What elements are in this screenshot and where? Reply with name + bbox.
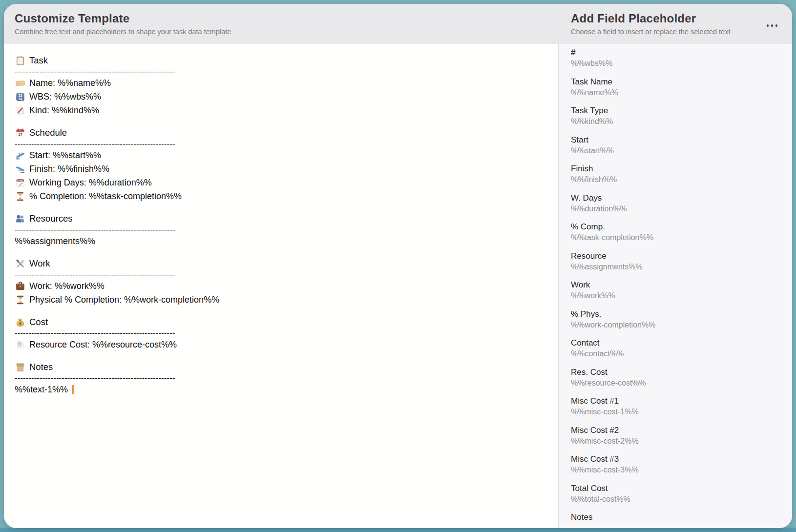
template-editor[interactable]: Task------------------------------------… xyxy=(4,44,558,528)
editor-text-line: Finish: %%finish%% xyxy=(15,162,546,176)
background-bottom-strip xyxy=(0,528,796,532)
spiral-calendar-icon xyxy=(15,177,25,188)
field-placeholder-code: %%misc-cost-1%% xyxy=(571,407,783,417)
field-placeholder-code: %%kind%% xyxy=(571,116,783,127)
field-placeholder-code: %%work-completion%% xyxy=(571,320,783,330)
editor-text-line: Kind: %%kind%% xyxy=(15,103,546,117)
text-cursor xyxy=(72,385,74,394)
tag-icon xyxy=(15,78,25,88)
field-placeholder-item[interactable]: Start %%start%% xyxy=(571,135,783,156)
editor-text: Work xyxy=(29,258,50,269)
field-placeholder-code: %%wbs%% xyxy=(571,58,783,69)
field-label: Total Cost xyxy=(571,483,783,494)
field-placeholder-item[interactable]: Contact %%contact%% xyxy=(571,338,783,359)
field-placeholder-item[interactable]: Res. Cost %%resource-cost%% xyxy=(571,367,783,389)
memo-icon xyxy=(15,105,25,116)
input-numbers-icon: 1234 xyxy=(15,91,25,102)
money-bag-icon: $ xyxy=(15,317,25,327)
busts-icon xyxy=(15,213,25,224)
dialog-header: Customize Template Combine free text and… xyxy=(4,4,792,44)
panel-title: Add Field Placeholder xyxy=(571,12,730,25)
field-placeholder-item[interactable]: # %%wbs%% xyxy=(571,47,783,69)
field-label: Resource xyxy=(571,251,783,262)
airplane-departure-icon xyxy=(15,150,25,161)
editor-text-line: Notes xyxy=(15,360,546,374)
dialog-content: Task------------------------------------… xyxy=(4,44,792,528)
editor-text: Finish: %%finish%% xyxy=(29,164,109,174)
editor-divider-line: ----------------------------------------… xyxy=(15,374,546,383)
editor-divider-line: ----------------------------------------… xyxy=(15,270,546,279)
field-placeholder-item[interactable]: Misc Cost #2 %%misc-cost-2%% xyxy=(571,425,783,447)
field-placeholder-item[interactable]: % Comp. %%task-completion%% xyxy=(571,222,783,243)
field-label: Notes xyxy=(571,512,783,523)
calendar-icon: 17 xyxy=(15,127,25,138)
airplane-arrival-icon xyxy=(15,164,25,174)
svg-text:34: 34 xyxy=(18,97,22,101)
editor-divider-line: ----------------------------------------… xyxy=(15,329,546,338)
field-label: Task Name xyxy=(571,77,783,87)
editor-text: % Completion: %%task-completion%% xyxy=(29,191,182,202)
field-placeholder-item[interactable]: W. Days %%duration%% xyxy=(571,193,783,214)
field-label: % Comp. xyxy=(571,222,783,232)
field-placeholder-code: %%misc-cost-3%% xyxy=(571,465,783,475)
editor-text: Notes xyxy=(29,362,53,372)
editor-text: Cost xyxy=(29,317,48,327)
field-placeholder-item[interactable]: Misc Cost #1 %%misc-cost-1%% xyxy=(571,396,783,417)
editor-text-line: % Completion: %%task-completion%% xyxy=(15,189,546,203)
field-placeholder-code: %%duration%% xyxy=(571,204,783,214)
editor-text-line: 17Schedule xyxy=(15,126,546,140)
panel-subtitle: Choose a field to insert or replace the … xyxy=(571,28,730,36)
field-placeholder-code: %%assignments%% xyxy=(571,262,783,272)
field-label: Finish xyxy=(571,164,783,174)
svg-text:12: 12 xyxy=(18,93,22,97)
customize-template-dialog: Customize Template Combine free text and… xyxy=(4,4,792,528)
editor-text: Name: %%name%% xyxy=(29,78,111,88)
field-placeholder-item[interactable]: Task Type %%kind%% xyxy=(571,105,783,127)
editor-text: Resource Cost: %%resource-cost%% xyxy=(29,340,177,350)
editor-text: Schedule xyxy=(29,127,67,138)
editor-text-line: %%assignments%% xyxy=(15,234,546,248)
field-label: Misc Cost #2 xyxy=(571,425,783,436)
field-placeholder-code: %%name%% xyxy=(571,87,783,98)
field-label: Contact xyxy=(571,338,783,348)
field-placeholder-item[interactable]: Notes xyxy=(571,512,783,523)
field-placeholder-code: %%total-cost%% xyxy=(571,494,783,505)
editor-divider-line: ----------------------------------------… xyxy=(15,140,546,148)
field-label: Res. Cost xyxy=(571,367,783,378)
field-placeholder-item[interactable]: Task Name %%name%% xyxy=(571,77,783,98)
editor-text: Physical % Completion: %%work-completion… xyxy=(29,295,219,305)
field-placeholder-code: %%start%% xyxy=(571,145,783,156)
field-label: Start xyxy=(571,135,783,145)
editor-text: %%text-1%% xyxy=(15,385,68,395)
receipt-icon xyxy=(15,339,25,350)
ellipsis-icon[interactable] xyxy=(765,22,780,29)
editor-text: Resources xyxy=(29,213,72,224)
hammer-wrench-icon xyxy=(15,258,25,269)
field-placeholder-code: %%work%% xyxy=(571,290,783,301)
editor-text: Working Days: %%duration%% xyxy=(29,178,152,188)
field-placeholder-code: %%misc-cost-2%% xyxy=(571,436,783,447)
briefcase-icon xyxy=(15,281,25,291)
field-placeholder-item[interactable]: Total Cost %%total-cost%% xyxy=(571,483,783,505)
right-header: Add Field Placeholder Choose a field to … xyxy=(571,12,730,36)
field-list: # %%wbs%% Task Name %%name%% Task Type %… xyxy=(571,47,783,523)
field-placeholder-item[interactable]: Misc Cost #3 %%misc-cost-3%% xyxy=(571,454,783,475)
editor-divider-line: ----------------------------------------… xyxy=(15,67,546,76)
editor-text: Kind: %%kind%% xyxy=(29,105,99,116)
svg-text:$: $ xyxy=(19,321,21,326)
field-label: % Phys. xyxy=(571,309,783,320)
hourglass-icon xyxy=(15,191,25,202)
field-placeholder-item[interactable]: Resource %%assignments%% xyxy=(571,251,783,272)
editor-text-line: Task xyxy=(15,54,546,67)
field-placeholder-item[interactable]: Finish %%finish%% xyxy=(571,164,783,185)
editor-text-line: Work: %%work%% xyxy=(15,279,546,293)
field-placeholder-item[interactable]: Work %%work%% xyxy=(571,280,783,301)
field-label: Misc Cost #1 xyxy=(571,396,783,407)
clipboard-icon xyxy=(15,55,25,66)
editor-text-line: %%text-1%% xyxy=(15,383,546,396)
svg-text:17: 17 xyxy=(18,132,22,137)
field-placeholder-item[interactable]: % Phys. %%work-completion%% xyxy=(571,309,783,330)
editor-text: %%assignments%% xyxy=(15,236,95,246)
field-placeholder-code: %%finish%% xyxy=(571,174,783,185)
editor-text-line: Physical % Completion: %%work-completion… xyxy=(15,293,546,307)
